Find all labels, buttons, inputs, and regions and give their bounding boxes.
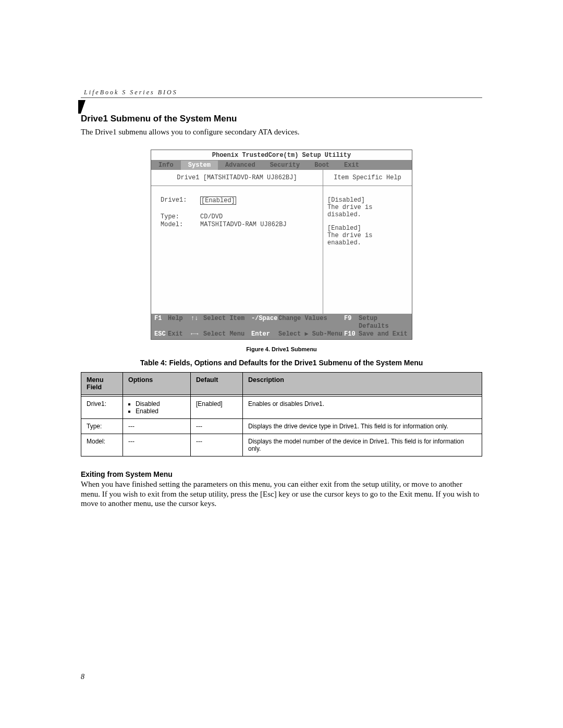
th-description: Description xyxy=(243,372,482,394)
hotkey-f9-label: Setup Defaults xyxy=(359,315,409,330)
bios-left-content: Drive1: [Enabled] Type: CD/DVD Model: MA… xyxy=(151,186,323,314)
option-item: Enabled xyxy=(136,408,185,415)
cell-desc: Enables or disables Drive1. xyxy=(243,396,482,418)
table-row: Model: --- --- Displays the model number… xyxy=(81,434,482,456)
bios-tab-advanced[interactable]: Advanced xyxy=(218,161,263,170)
cell-options: --- xyxy=(123,418,191,434)
bios-help-header: Item Specific Help xyxy=(323,170,412,186)
bios-help-content: [Disabled] The drive is disabled. [Enabl… xyxy=(323,186,412,314)
cell-desc: Displays the model number of the device … xyxy=(243,434,482,456)
running-header: LifeBook S Series BIOS xyxy=(81,89,482,98)
help-enabled-head: [Enabled] xyxy=(327,225,408,232)
page-number: 8 xyxy=(81,673,84,681)
bios-tab-security[interactable]: Security xyxy=(263,161,308,170)
cell-default: --- xyxy=(191,418,243,434)
table-caption: Table 4: Fields, Options and Defaults fo… xyxy=(81,359,482,367)
cell-default: [Enabled] xyxy=(191,396,243,418)
bios-type-label: Type: xyxy=(161,213,200,220)
th-menu-field: Menu Field xyxy=(81,372,123,394)
hotkey-f10: F10 xyxy=(344,330,359,338)
help-disabled-head: [Disabled] xyxy=(327,196,408,204)
header-triangle-icon xyxy=(78,100,85,114)
fields-table: Menu Field Options Default Description D… xyxy=(81,372,482,456)
section-title: Drive1 Submenu of the System Menu xyxy=(81,114,482,124)
hotkey-enter: Enter xyxy=(251,330,278,338)
cell-desc: Displays the drive device type in Drive1… xyxy=(243,418,482,434)
table-row: Drive1: Disabled Enabled [Enabled] Enabl… xyxy=(81,396,482,418)
exiting-heading: Exiting from System Menu xyxy=(81,470,482,478)
cell-field: Drive1: xyxy=(81,396,123,418)
bios-tab-bar: Info System Advanced Security Boot Exit xyxy=(151,161,412,170)
hotkey-f1-label: Help xyxy=(168,315,191,330)
hotkey-f9: F9 xyxy=(344,315,359,330)
bios-tab-boot[interactable]: Boot xyxy=(307,161,337,170)
bios-tab-exit[interactable]: Exit xyxy=(337,161,366,170)
cell-field: Model: xyxy=(81,434,123,456)
bios-window: Phoenix TrustedCore(tm) Setup Utility In… xyxy=(151,150,412,340)
cell-field: Type: xyxy=(81,418,123,434)
table-header-row: Menu Field Options Default Description xyxy=(81,372,482,394)
bios-tab-system[interactable]: System xyxy=(181,161,218,170)
option-item: Disabled xyxy=(136,400,185,408)
section-intro: The Drive1 submenu allows you to configu… xyxy=(81,127,482,137)
hotkey-space-label: Change Values xyxy=(278,315,344,330)
th-options: Options xyxy=(123,372,191,394)
table-row: Type: --- --- Displays the drive device … xyxy=(81,418,482,434)
bios-drive-value[interactable]: [Enabled] xyxy=(200,196,236,205)
hotkey-leftright-label: Select Menu xyxy=(203,330,251,338)
hotkey-esc-label: Exit xyxy=(168,330,191,338)
help-enabled-text: The drive is enaabled. xyxy=(327,232,408,246)
bios-left-header: Drive1 [MATSHITADVD-RAM UJ862BJ] xyxy=(151,170,323,186)
exiting-text: When you have finished setting the param… xyxy=(81,479,482,509)
bios-title: Phoenix TrustedCore(tm) Setup Utility xyxy=(151,150,412,161)
cell-options: --- xyxy=(123,434,191,456)
hotkey-updown-label: Select Item xyxy=(203,315,251,330)
hotkey-enter-label: Select ▶ Sub-Menu xyxy=(278,330,344,338)
hotkey-f10-label: Save and Exit xyxy=(359,330,409,338)
figure-caption: Figure 4. Drive1 Submenu xyxy=(81,346,482,352)
cell-options: Disabled Enabled xyxy=(123,396,191,418)
help-disabled-text: The drive is disabled. xyxy=(327,204,408,218)
bios-model-value: MATSHITADVD-RAM UJ862BJ xyxy=(200,221,287,228)
hotkey-f1: F1 xyxy=(154,315,168,330)
hotkey-space: -/Space xyxy=(251,315,278,330)
bios-type-value: CD/DVD xyxy=(200,213,223,220)
hotkey-leftright-icon: ←→ xyxy=(191,330,203,338)
hotkey-esc: ESC xyxy=(154,330,168,338)
bios-tab-info[interactable]: Info xyxy=(151,161,181,170)
cell-default: --- xyxy=(191,434,243,456)
hotkey-updown-icon: ↑↓ xyxy=(191,315,203,330)
th-default: Default xyxy=(191,372,243,394)
bios-footer: F1 Help ↑↓ Select Item -/Space Change Va… xyxy=(151,314,412,339)
bios-model-label: Model: xyxy=(161,221,200,228)
bios-drive-label: Drive1: xyxy=(161,196,200,205)
